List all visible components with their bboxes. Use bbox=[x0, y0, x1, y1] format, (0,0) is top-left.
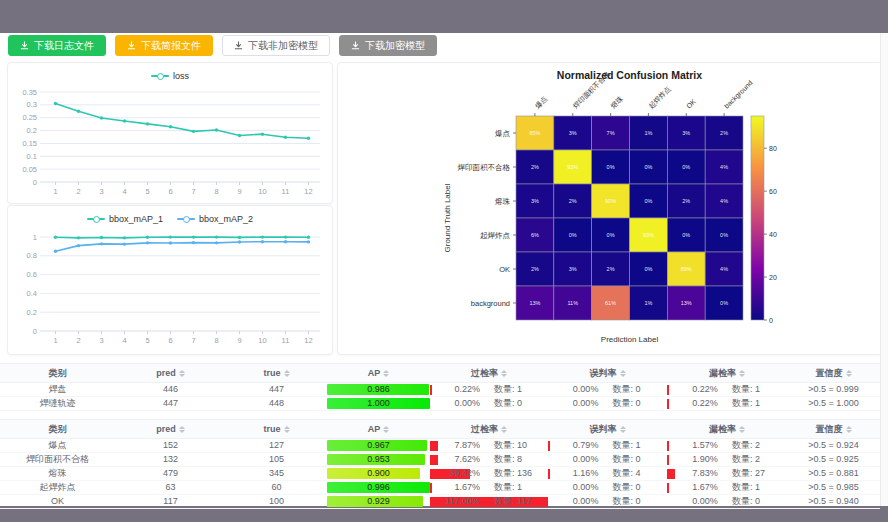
sort-icon[interactable] bbox=[501, 426, 507, 433]
column-header-置信度[interactable]: 置信度 bbox=[787, 367, 880, 380]
miss-rate-count: 数量: 1 bbox=[718, 481, 787, 494]
misjudge-rate-cell: 1.16%数量: 4 bbox=[548, 467, 667, 480]
confidence-cell: >0.5 = 1.000 bbox=[787, 397, 880, 410]
over-rate-count: 数量: 1 bbox=[480, 481, 548, 494]
column-label: 置信度 bbox=[816, 367, 843, 380]
sort-icon[interactable] bbox=[846, 370, 852, 377]
svg-text:3%: 3% bbox=[569, 130, 577, 136]
column-header-误判率[interactable]: 误判率 bbox=[548, 423, 667, 436]
svg-text:2%: 2% bbox=[682, 198, 690, 204]
column-header-过检率[interactable]: 过检率 bbox=[430, 423, 548, 436]
ap-value: 0.986 bbox=[367, 384, 390, 394]
true-cell: 105 bbox=[226, 453, 327, 466]
ap-value: 0.953 bbox=[367, 454, 390, 464]
main-content: 下载日志文件下载简报文件下载非加密模型下载加密模型 loss 00.050.10… bbox=[0, 33, 880, 506]
svg-text:2%: 2% bbox=[720, 130, 728, 136]
column-header-AP[interactable]: AP bbox=[327, 368, 430, 378]
svg-text:0.2: 0.2 bbox=[27, 308, 37, 317]
sort-icon[interactable] bbox=[284, 426, 290, 433]
column-header-pred[interactable]: pred bbox=[115, 424, 226, 434]
column-header-漏检率[interactable]: 漏检率 bbox=[667, 367, 787, 380]
sort-icon[interactable] bbox=[179, 426, 185, 433]
download-button-2[interactable]: 下载非加密模型 bbox=[222, 35, 330, 56]
misjudge-rate-cell: 0.00%数量: 0 bbox=[548, 481, 667, 494]
svg-text:4%: 4% bbox=[720, 266, 728, 272]
pred-cell: 447 bbox=[115, 397, 226, 410]
svg-text:0%: 0% bbox=[720, 300, 728, 306]
column-label: true bbox=[263, 368, 280, 378]
column-header-pred[interactable]: pred bbox=[115, 368, 226, 378]
column-label: 置信度 bbox=[816, 423, 843, 436]
column-header-true[interactable]: true bbox=[226, 424, 327, 434]
metrics-tables: 类别predtrueAP过检率误判率漏检率置信度焊盘4464470.9860.2… bbox=[0, 363, 880, 509]
over-rate-cell: 117.00%数量: 117 bbox=[430, 495, 548, 508]
confidence-cell: >0.5 = 0.925 bbox=[787, 453, 880, 466]
column-header-AP[interactable]: AP bbox=[327, 424, 430, 434]
svg-text:5: 5 bbox=[145, 187, 149, 196]
misjudge-rate-percent: 0.00% bbox=[548, 397, 598, 410]
sort-icon[interactable] bbox=[620, 426, 626, 433]
svg-text:2: 2 bbox=[76, 336, 80, 345]
svg-text:0%: 0% bbox=[682, 164, 690, 170]
sort-icon[interactable] bbox=[284, 370, 290, 377]
column-label: 类别 bbox=[49, 367, 67, 380]
pred-cell: 152 bbox=[115, 439, 226, 452]
column-label: 过检率 bbox=[471, 367, 498, 380]
legend-item-bbox_mAP_2[interactable]: bbox_mAP_2 bbox=[177, 214, 253, 224]
svg-text:0: 0 bbox=[769, 317, 773, 324]
legend-item-bbox_mAP_1[interactable]: bbox_mAP_1 bbox=[87, 214, 163, 224]
svg-text:0.2: 0.2 bbox=[27, 126, 37, 135]
miss-rate-percent: 1.90% bbox=[667, 453, 718, 466]
column-header-误判率[interactable]: 误判率 bbox=[548, 367, 667, 380]
true-cell: 345 bbox=[226, 467, 327, 480]
download-button-1[interactable]: 下载简报文件 bbox=[115, 35, 213, 56]
sort-icon[interactable] bbox=[501, 370, 507, 377]
column-header-漏检率[interactable]: 漏检率 bbox=[667, 423, 787, 436]
sort-icon[interactable] bbox=[383, 370, 389, 377]
svg-text:OK: OK bbox=[499, 265, 510, 274]
over-rate-count: 数量: 8 bbox=[480, 453, 548, 466]
misjudge-rate-count: 数量: 0 bbox=[598, 397, 667, 410]
sort-icon[interactable] bbox=[620, 370, 626, 377]
column-header-true[interactable]: true bbox=[226, 368, 327, 378]
download-button-0[interactable]: 下载日志文件 bbox=[8, 35, 106, 56]
category-cell: 焊缝轨迹 bbox=[0, 397, 115, 410]
svg-text:0: 0 bbox=[33, 178, 37, 187]
svg-text:Ground Truth Label: Ground Truth Label bbox=[443, 183, 452, 252]
category-cell: 焊盘 bbox=[0, 383, 115, 396]
over-rate-cell: 0.00%数量: 0 bbox=[430, 397, 548, 410]
svg-text:6: 6 bbox=[168, 336, 172, 345]
ap-cell: 0.996 bbox=[327, 481, 430, 494]
svg-text:10: 10 bbox=[258, 187, 266, 196]
svg-text:0.8: 0.8 bbox=[27, 251, 37, 260]
table-row: 起焊炸点63600.9961.67%数量: 10.00%数量: 01.67%数量… bbox=[0, 481, 880, 495]
svg-text:0%: 0% bbox=[682, 232, 690, 238]
sort-icon[interactable] bbox=[179, 370, 185, 377]
svg-text:0.05: 0.05 bbox=[22, 165, 37, 174]
sort-icon[interactable] bbox=[383, 426, 389, 433]
svg-text:2: 2 bbox=[76, 187, 80, 196]
legend-item-loss[interactable]: loss bbox=[151, 71, 189, 81]
over-rate-percent: 0.22% bbox=[430, 383, 480, 396]
sort-icon[interactable] bbox=[739, 426, 745, 433]
svg-text:0%: 0% bbox=[644, 164, 652, 170]
misjudge-rate-cell: 0.00%数量: 0 bbox=[548, 495, 667, 508]
misjudge-rate-cell: 0.79%数量: 1 bbox=[548, 439, 667, 452]
svg-text:OK: OK bbox=[685, 97, 697, 109]
scrollbar-track[interactable] bbox=[880, 33, 888, 506]
over-rate-percent: 7.87% bbox=[430, 439, 480, 452]
sort-icon[interactable] bbox=[739, 370, 745, 377]
download-button-3[interactable]: 下载加密模型 bbox=[339, 35, 437, 56]
column-header-过检率[interactable]: 过检率 bbox=[430, 367, 548, 380]
column-label: 误判率 bbox=[590, 367, 617, 380]
svg-text:1%: 1% bbox=[644, 300, 652, 306]
column-header-置信度[interactable]: 置信度 bbox=[787, 423, 880, 436]
confidence-cell: >0.5 = 0.924 bbox=[787, 439, 880, 452]
ap-cell: 0.986 bbox=[327, 383, 430, 396]
svg-text:0%: 0% bbox=[720, 232, 728, 238]
sort-icon[interactable] bbox=[846, 426, 852, 433]
miss-rate-cell: 0.22%数量: 1 bbox=[667, 397, 787, 410]
misjudge-rate-percent: 0.00% bbox=[548, 453, 598, 466]
ap-value: 1.000 bbox=[367, 398, 390, 408]
svg-text:4%: 4% bbox=[720, 198, 728, 204]
